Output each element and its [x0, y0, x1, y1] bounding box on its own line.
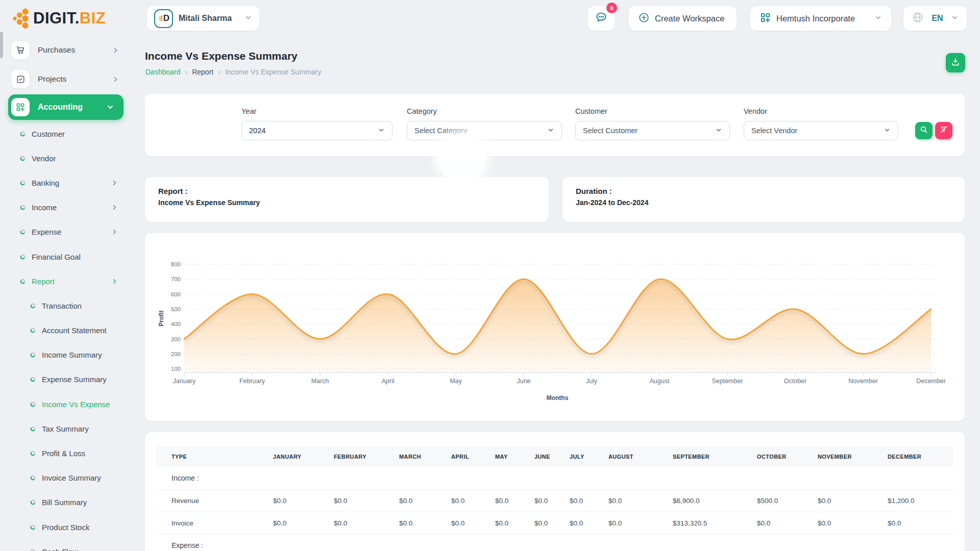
clear-filter-button[interactable]: [935, 122, 952, 139]
sidebar-item-accounting[interactable]: Accounting: [8, 94, 124, 120]
sidebar-item-label: Income Vs Expense: [42, 400, 110, 409]
breadcrumb: Dashboard › Report › Income Vs Expense S…: [145, 68, 321, 76]
table-row: Revenue$0.0$0.0$0.0$0.0$0.0$0.0$0.0$0.0$…: [156, 489, 953, 512]
sidebar-item-bill-summary[interactable]: Bill Summary: [0, 490, 134, 515]
table-column-header: SEPTEMBER: [673, 446, 757, 467]
chevron-right-icon: [111, 204, 118, 211]
sidebar-item-income-summary[interactable]: Income Summary: [0, 343, 134, 367]
table-column-header: NOVEMBER: [818, 446, 888, 467]
sidebar-item-vendor[interactable]: Vendor: [0, 146, 134, 170]
sidebar-item-banking[interactable]: Banking: [0, 170, 134, 195]
sidebar-item-income-vs-expense[interactable]: Income Vs Expense: [0, 392, 134, 416]
chevron-right-icon: [111, 278, 118, 285]
sidebar: PurchasesProjects Accounting CustomerVen…: [0, 31, 134, 551]
sidebar-item-account-statement[interactable]: Account Statement: [0, 318, 134, 343]
app-logo: DIGIT.BIZ: [12, 6, 106, 31]
category-label: Category: [407, 107, 437, 115]
svg-text:January: January: [173, 378, 196, 385]
bullet-icon: [20, 279, 26, 284]
workspace-name: Hemtush Incorporate: [776, 14, 869, 23]
sidebar-item-label: Expense: [32, 228, 61, 236]
logo-text-primary: DIGIT.: [33, 9, 80, 27]
sidebar-item-financial-goal[interactable]: Financial Goal: [0, 244, 134, 269]
chevron-right-icon: [111, 179, 118, 187]
breadcrumb-separator: ›: [218, 68, 220, 76]
bullet-icon: [30, 377, 36, 382]
sidebar-top-items: PurchasesProjects: [0, 38, 134, 96]
customer-select[interactable]: Select Customer: [575, 121, 730, 140]
chat-button[interactable]: 0: [588, 6, 615, 31]
svg-text:April: April: [381, 378, 394, 385]
sidebar-item-transaction[interactable]: Transaction: [0, 293, 134, 318]
income-expense-table-card: TYPEJANUARYFEBRUARYMARCHAPRILMAYJUNEJULY…: [145, 432, 965, 551]
sidebar-item-label: Tax Summary: [42, 424, 89, 433]
breadcrumb-dashboard[interactable]: Dashboard: [145, 68, 181, 76]
sidebar-item-label: Projects: [38, 74, 66, 84]
sidebar-item-expense[interactable]: Expense: [0, 220, 134, 244]
loading-overlay: [437, 133, 486, 182]
download-report-button[interactable]: [946, 53, 965, 72]
sidebar-item-projects[interactable]: Projects: [0, 67, 134, 91]
sidebar-item-label: Cash Flow: [42, 547, 78, 551]
svg-text:June: June: [517, 378, 530, 385]
chevron-right-icon: [111, 228, 118, 236]
sidebar-item-invoice-summary[interactable]: Invoice Summary: [0, 466, 134, 490]
user-menu[interactable]: D Mitali Sharma: [147, 6, 259, 31]
bullet-icon: [30, 426, 36, 432]
breadcrumb-report[interactable]: Report: [192, 68, 213, 76]
chat-icon: [595, 11, 608, 26]
sidebar-item-product-stock[interactable]: Product Stock: [0, 515, 134, 539]
sidebar-item-expense-summary[interactable]: Expense Summary: [0, 367, 134, 392]
search-icon: [919, 125, 928, 136]
chevron-down-icon: [715, 127, 722, 135]
report-value: Income Vs Expense Summary: [158, 198, 535, 207]
sidebar-item-label: Bill Summary: [42, 498, 87, 507]
sidebar-item-label: Account Statement: [42, 326, 107, 335]
chevron-down-icon: [884, 127, 891, 135]
sidebar-item-report[interactable]: Report: [0, 269, 134, 293]
sidebar-item-profit-loss[interactable]: Profit & Loss: [0, 441, 134, 465]
sidebar-item-purchases[interactable]: Purchases: [0, 38, 134, 62]
bullet-icon: [20, 180, 26, 186]
create-workspace-button[interactable]: Create Workspace: [629, 6, 737, 31]
chevron-down-icon: [951, 14, 959, 23]
svg-text:August: August: [650, 378, 670, 385]
customer-label: Customer: [575, 107, 607, 115]
vendor-select[interactable]: Select Vendor: [744, 121, 898, 140]
breadcrumb-separator: ›: [185, 68, 188, 76]
cart-icon: [11, 41, 30, 59]
year-select[interactable]: 2024: [241, 121, 393, 140]
bullet-icon: [20, 156, 26, 161]
table-row: Invoice$0.0$0.0$0.0$0.0$0.0$0.0$0.0$0.0$…: [156, 512, 953, 534]
language-selector[interactable]: EN: [903, 6, 967, 31]
workspace-selector[interactable]: Hemtush Incorporate: [750, 6, 891, 31]
search-button[interactable]: [915, 122, 933, 139]
sidebar-item-label: Financial Goal: [32, 253, 81, 261]
sidebar-item-cash-flow[interactable]: Cash Flow: [0, 539, 134, 551]
year-label: Year: [241, 107, 256, 115]
svg-text:300: 300: [171, 336, 181, 342]
breadcrumb-current: Income Vs Expense Summary: [225, 68, 321, 76]
svg-text:December: December: [916, 378, 946, 385]
sidebar-item-label: Banking: [32, 179, 59, 187]
sidebar-item-tax-summary[interactable]: Tax Summary: [0, 416, 134, 441]
svg-text:May: May: [450, 378, 462, 385]
sidebar-item-income[interactable]: Income: [0, 195, 134, 220]
vendor-label: Vendor: [744, 107, 767, 115]
category-select[interactable]: Select Category: [407, 121, 562, 140]
download-icon: [950, 57, 961, 69]
table-column-header: MARCH: [399, 446, 451, 467]
table-column-header: MAY: [495, 446, 534, 467]
sidebar-item-label: Expense Summary: [42, 375, 107, 384]
bullet-icon: [20, 254, 26, 260]
bullet-icon: [20, 205, 26, 210]
bullet-icon: [30, 328, 36, 333]
chevron-right-icon: [112, 76, 119, 83]
duration-value: Jan-2024 to Dec-2024: [576, 198, 951, 207]
table-column-header: OCTOBER: [757, 446, 818, 467]
language-code: EN: [928, 14, 946, 23]
income-expense-table: TYPEJANUARYFEBRUARYMARCHAPRILMAYJUNEJULY…: [156, 446, 953, 551]
sidebar-item-customer[interactable]: Customer: [0, 121, 134, 146]
bullet-icon: [30, 402, 36, 407]
sidebar-item-label: Product Stock: [42, 523, 89, 532]
